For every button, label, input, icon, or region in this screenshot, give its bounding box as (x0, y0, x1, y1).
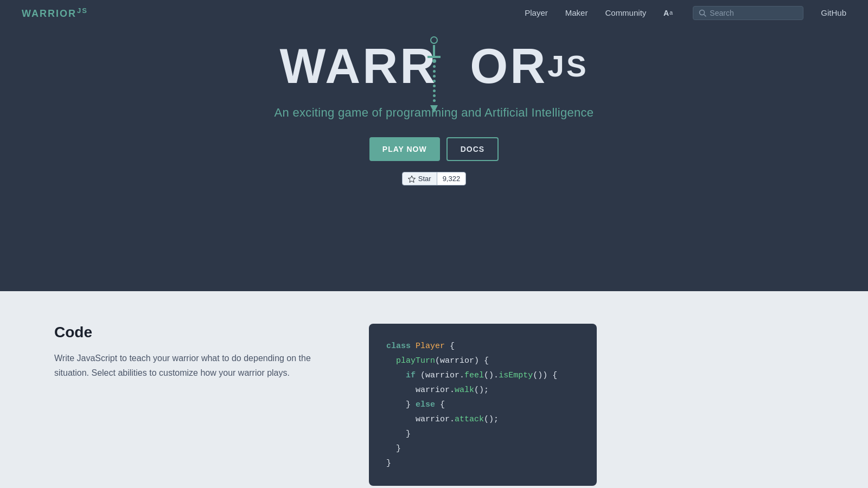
svg-text:A: A (663, 9, 669, 17)
code-block: class Player { playTurn(warrior) { if (w… (369, 324, 597, 486)
code-line-9: } (386, 456, 579, 471)
wordmark-part2: OR (470, 42, 547, 91)
code-block-panel: class Player { playTurn(warrior) { if (w… (369, 324, 597, 486)
star-count: 9,322 (437, 172, 466, 185)
sword-pommel (430, 36, 438, 44)
star-icon (408, 175, 416, 183)
wordmark-part1: WARR (279, 42, 437, 91)
nav-github[interactable]: GitHub (821, 8, 846, 17)
docs-button[interactable]: DOCS (446, 137, 499, 161)
logo-suffix: JS (77, 7, 88, 15)
svg-text:a: a (669, 9, 673, 16)
code-line-4: warrior.walk(); (386, 383, 579, 397)
search-input[interactable] (710, 9, 797, 17)
sword-grip (433, 45, 435, 56)
code-line-1: class Player { (386, 339, 579, 354)
code-line-5: } else { (386, 397, 579, 412)
sword-blade (430, 59, 438, 113)
hero-section: WARR OR JS An exciting game of programmi… (0, 25, 868, 291)
code-line-8: } (386, 441, 579, 456)
code-line-2: playTurn(warrior) { (386, 354, 579, 368)
nav-player[interactable]: Player (525, 8, 548, 17)
code-description-panel: Code Write JavaScript to teach your warr… (54, 324, 326, 380)
wordmark-js: JS (547, 52, 588, 81)
nav-links: Player Maker Community A a GitHub (525, 6, 846, 20)
search-icon (699, 9, 706, 17)
site-logo[interactable]: WARRIORJS (22, 7, 88, 20)
code-heading: Code (54, 324, 326, 341)
nav-maker[interactable]: Maker (565, 8, 588, 17)
star-label: Star (418, 175, 431, 183)
sword-guard (427, 56, 441, 58)
code-line-6: warrior.attack(); (386, 412, 579, 427)
search-bar[interactable] (693, 6, 803, 20)
nav-community[interactable]: Community (605, 8, 646, 17)
code-line-3: if (warrior.feel().isEmpty()) { (386, 368, 579, 383)
lower-section: Code Write JavaScript to teach your warr… (0, 291, 868, 488)
hero-buttons: PLAY NOW DOCS (369, 137, 499, 161)
svg-line-3 (704, 14, 706, 16)
github-star-widget: Star 9,322 (402, 172, 466, 185)
code-description: Write JavaScript to teach your warrior w… (54, 351, 326, 380)
sword-icon (427, 36, 441, 113)
star-button[interactable]: Star (403, 172, 437, 185)
code-line-7: } (386, 427, 579, 441)
svg-marker-4 (408, 176, 415, 182)
play-now-button[interactable]: PLAY NOW (369, 137, 440, 161)
font-size-icon[interactable]: A a (663, 8, 675, 18)
hero-logo: WARR OR JS (298, 42, 570, 91)
navbar: WARRIORJS Player Maker Community A a Git… (0, 0, 868, 25)
